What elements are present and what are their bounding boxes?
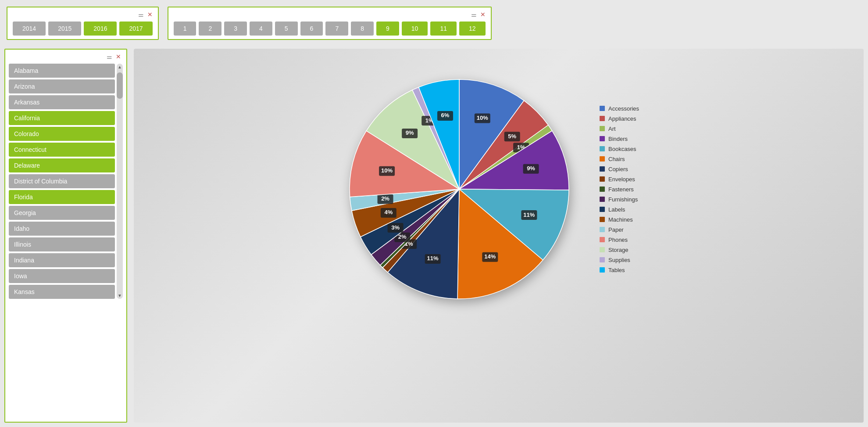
legend-item-tables: Tables xyxy=(600,267,661,273)
svg-text:9%: 9% xyxy=(406,129,414,136)
legend-item-storage: Storage xyxy=(600,247,661,253)
legend-item-copiers: Copiers xyxy=(600,166,661,172)
svg-text:4%: 4% xyxy=(384,209,393,215)
anno-filter-panel: ⚌ ✕ 2014201520162017 xyxy=(7,7,159,40)
state-item-idaho[interactable]: Idaho xyxy=(9,222,115,236)
state-item-florida[interactable]: Florida xyxy=(9,190,115,204)
state-list: AlabamaArizonaArkansasCaliforniaColorado… xyxy=(9,64,115,299)
anno-btn-2015[interactable]: 2015 xyxy=(48,22,81,36)
svg-text:11%: 11% xyxy=(523,212,535,218)
state-list-container: AlabamaArizonaArkansasCaliforniaColorado… xyxy=(9,64,123,299)
state-item-delaware[interactable]: Delaware xyxy=(9,158,115,172)
state-sort-icon[interactable]: ⚌ xyxy=(107,53,112,60)
pie-label-appliances: 5% xyxy=(504,132,520,141)
legend-item-labels: Labels xyxy=(600,206,661,213)
mese-btn-9[interactable]: 9 xyxy=(376,22,399,36)
mese-btn-3[interactable]: 3 xyxy=(224,22,247,36)
svg-text:10%: 10% xyxy=(477,115,488,121)
svg-text:6%: 6% xyxy=(441,112,450,118)
state-clear-icon[interactable]: ✕ xyxy=(116,53,121,60)
legend-item-machines: Machines xyxy=(600,216,661,223)
state-item-arizona[interactable]: Arizona xyxy=(9,79,115,93)
mese-btn-12[interactable]: 12 xyxy=(459,22,486,36)
mese-btn-2[interactable]: 2 xyxy=(199,22,221,36)
legend-item-art: Art xyxy=(600,126,661,132)
mese-btn-4[interactable]: 4 xyxy=(250,22,272,36)
mese-filter-buttons: 123456789101112 xyxy=(174,22,486,36)
mese-filter-icons: ⚌ ✕ xyxy=(471,11,486,18)
state-filter-panel: ⚌ ✕ AlabamaArizonaArkansasCaliforniaColo… xyxy=(4,49,127,423)
mese-btn-6[interactable]: 6 xyxy=(300,22,323,36)
mese-btn-7[interactable]: 7 xyxy=(325,22,348,36)
mese-btn-10[interactable]: 10 xyxy=(402,22,428,36)
legend-item-chairs: Chairs xyxy=(600,156,661,162)
legend-item-supplies: Supplies xyxy=(600,257,661,263)
pie-label-storage: 9% xyxy=(402,129,418,138)
legend-item-bookcases: Bookcases xyxy=(600,146,661,152)
state-item-california[interactable]: California xyxy=(9,111,115,125)
state-filter-header: ⚌ ✕ xyxy=(9,53,123,60)
state-item-alabama[interactable]: Alabama xyxy=(9,64,115,78)
pie-label-copiers: 11% xyxy=(425,254,441,264)
legend-item-paper: Paper xyxy=(600,226,661,233)
state-item-illinois[interactable]: Illinois xyxy=(9,237,115,251)
pie-label-binders: 9% xyxy=(523,164,539,174)
state-filter-icons: ⚌ ✕ xyxy=(107,53,121,60)
anno-filter-header: ⚌ ✕ xyxy=(13,11,153,18)
state-item-indiana[interactable]: Indiana xyxy=(9,253,115,267)
mese-btn-11[interactable]: 11 xyxy=(430,22,457,36)
scroll-down-arrow[interactable]: ▼ xyxy=(117,292,123,299)
mese-btn-8[interactable]: 8 xyxy=(351,22,374,36)
pie-label-phones: 10% xyxy=(379,166,395,176)
anno-btn-2014[interactable]: 2014 xyxy=(13,22,46,36)
mese-btn-1[interactable]: 1 xyxy=(174,22,196,36)
svg-text:3%: 3% xyxy=(391,224,400,231)
anno-clear-icon[interactable]: ✕ xyxy=(147,11,153,18)
svg-text:11%: 11% xyxy=(427,255,439,262)
anno-filter-icons: ⚌ ✕ xyxy=(138,11,153,18)
svg-text:5%: 5% xyxy=(508,133,516,140)
state-item-kansas[interactable]: Kansas xyxy=(9,285,115,299)
state-item-iowa[interactable]: Iowa xyxy=(9,269,115,283)
legend-item-accessories: Accessories xyxy=(600,105,661,112)
pie-label-bookcases: 11% xyxy=(521,210,537,220)
legend-item-fasteners: Fasteners xyxy=(600,186,661,193)
mese-filter-header: ⚌ ✕ xyxy=(174,11,486,18)
state-item-georgia[interactable]: Georgia xyxy=(9,206,115,220)
svg-text:2%: 2% xyxy=(398,233,407,240)
mese-filter-panel: ⚌ ✕ 123456789101112 xyxy=(168,7,492,40)
pie-chart: 10%5%1%9%11%14%11%1%2%3%4%2%10%9%1%6% xyxy=(336,66,582,312)
pie-label-paper: 2% xyxy=(378,194,393,204)
pie-label-machines: 4% xyxy=(381,208,396,218)
pie-label-accessories: 10% xyxy=(475,113,490,123)
svg-text:10%: 10% xyxy=(381,167,393,174)
chart-legend: AccessoriesAppliancesArtBindersBookcases… xyxy=(600,105,661,273)
mese-clear-icon[interactable]: ✕ xyxy=(480,11,486,18)
state-item-connecticut[interactable]: Connecticut xyxy=(9,143,115,157)
pie-label-tables: 6% xyxy=(437,111,453,121)
anno-btn-2016[interactable]: 2016 xyxy=(84,22,117,36)
legend-item-phones: Phones xyxy=(600,237,661,243)
legend-item-binders: Binders xyxy=(600,136,661,142)
scrollbar-thumb[interactable] xyxy=(117,72,123,99)
pie-label-labels: 3% xyxy=(388,223,404,233)
svg-text:9%: 9% xyxy=(527,165,535,172)
svg-text:14%: 14% xyxy=(484,253,496,260)
legend-item-furnishings: Furnishings xyxy=(600,196,661,203)
state-scrollbar[interactable]: ▲ ▼ xyxy=(117,64,123,299)
legend-item-appliances: Appliances xyxy=(600,115,661,122)
pie-label-chairs: 14% xyxy=(482,252,498,262)
scroll-up-arrow[interactable]: ▲ xyxy=(117,64,123,70)
chart-container: 10%5%1%9%11%14%11%1%2%3%4%2%10%9%1%6% Ac… xyxy=(143,66,855,312)
state-item-arkansas[interactable]: Arkansas xyxy=(9,95,115,109)
chart-area: 10%5%1%9%11%14%11%1%2%3%4%2%10%9%1%6% Ac… xyxy=(134,49,864,423)
anno-sort-icon[interactable]: ⚌ xyxy=(138,11,144,18)
state-item-colorado[interactable]: Colorado xyxy=(9,127,115,141)
anno-filter-buttons: 2014201520162017 xyxy=(13,22,153,36)
main-content: ⚌ ✕ AlabamaArizonaArkansasCaliforniaColo… xyxy=(4,49,864,423)
mese-btn-5[interactable]: 5 xyxy=(275,22,298,36)
legend-item-envelopes: Envelopes xyxy=(600,176,661,183)
anno-btn-2017[interactable]: 2017 xyxy=(119,22,152,36)
state-item-districtofcolumbia[interactable]: District of Columbia xyxy=(9,174,115,188)
mese-sort-icon[interactable]: ⚌ xyxy=(471,11,477,18)
